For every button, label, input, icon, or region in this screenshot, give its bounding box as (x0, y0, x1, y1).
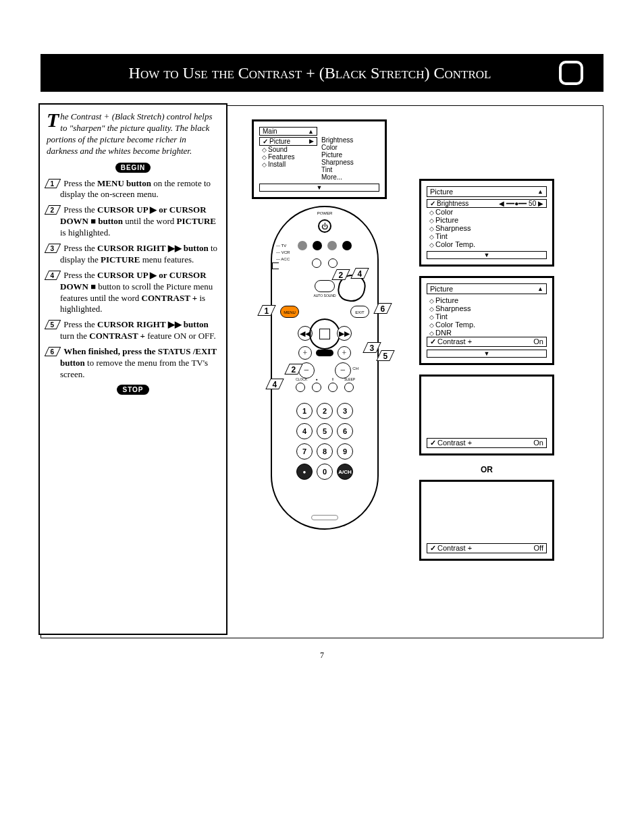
ch-label: CH (352, 366, 358, 370)
num-5[interactable]: 5 (317, 423, 333, 439)
or-label: OR (419, 465, 554, 474)
power-label: POWER (317, 211, 333, 215)
menu-features: Features (259, 153, 317, 161)
small-button[interactable] (312, 258, 321, 268)
ch-up-button[interactable]: + (338, 346, 351, 360)
intro-text: The Contrast + (Black Stretch) control h… (47, 111, 219, 157)
num-ach[interactable]: A/CH (337, 464, 353, 480)
sleep-button[interactable] (344, 383, 354, 392)
begin-badge: BEGIN (115, 163, 151, 173)
mode-slider-labels: — TV — VCR — ACC (276, 242, 290, 262)
step-5: 5 Press the CURSOR RIGHT ▶▶ button turn … (47, 319, 219, 342)
num-4[interactable]: 4 (296, 423, 313, 439)
osd-contrast-off: Contrast +Off (419, 480, 554, 561)
menu-install: Install (259, 161, 317, 168)
remote-grip (311, 515, 338, 520)
num-dot[interactable]: ● (296, 464, 313, 480)
auto-sound-button[interactable] (315, 280, 335, 292)
num-8[interactable]: 8 (317, 443, 333, 460)
osd-contrast-on: Contrast +On (419, 375, 554, 455)
stop-badge: STOP (117, 385, 149, 395)
ch-down-button[interactable]: − (335, 362, 351, 379)
mode-dot[interactable] (327, 241, 337, 250)
clock-button[interactable] (296, 383, 305, 392)
page-title: How to Use the Contrast + (Black Stretch… (61, 64, 559, 82)
step-1: 1 Press the MENU button on the remote to… (47, 178, 219, 201)
num-6[interactable]: 6 (337, 423, 353, 439)
submenu-tint: Tint (321, 166, 379, 173)
callout-5: 5 (376, 350, 394, 361)
submenu-sharpness: Sharpness (321, 159, 379, 166)
cursor-nav[interactable] (309, 319, 340, 350)
submenu-brightness: Brightness (321, 136, 379, 144)
num-7[interactable]: 7 (296, 443, 313, 460)
page-number: 7 (41, 651, 603, 661)
mute-button[interactable] (316, 350, 333, 356)
num-9[interactable]: 9 (337, 443, 353, 460)
power-button[interactable]: ⏻ (318, 219, 331, 233)
submenu-picture: Picture (321, 151, 379, 159)
rec-button[interactable] (312, 383, 321, 392)
osd-picture-contrast-on: Picture▲ Picture Sharpness Tint Color Te… (419, 276, 554, 365)
submenu-color: Color (321, 144, 379, 151)
menu-button[interactable]: MENU (280, 306, 299, 318)
callout-6: 6 (373, 303, 392, 314)
callout-1: 1 (257, 305, 275, 316)
cursor-right-button[interactable]: ▶▶ (337, 326, 352, 341)
callout-4b: 4 (265, 379, 284, 389)
step-6: 6 When finished, press the STATUS /EXIT … (47, 346, 219, 381)
num-2[interactable]: 2 (317, 403, 333, 419)
stop-icon (319, 329, 330, 339)
submenu-more: More... (321, 173, 379, 181)
auto-sound-label: AUTO SOUND (313, 294, 336, 298)
mode-dot[interactable] (342, 241, 352, 250)
pause-button[interactable] (328, 383, 338, 392)
menu-sound: Sound (259, 146, 317, 153)
osd-picture-brightness: Picture▲ Brightness◀ ━━●━━ 50 ▶ Color Pi… (419, 179, 554, 267)
num-1[interactable]: 1 (296, 403, 313, 419)
mode-slider[interactable] (272, 262, 279, 269)
exit-button[interactable]: EXIT (350, 306, 369, 318)
mode-dot[interactable] (313, 241, 322, 250)
number-pad: 1 2 3 4 5 6 7 8 9 ● 0 A/CH (296, 403, 353, 480)
main-menu-title: Main (263, 128, 277, 135)
callout-4a: 4 (350, 268, 369, 279)
num-3[interactable]: 3 (337, 403, 353, 419)
step-3: 3 Press the CURSOR RIGHT ▶▶ button to di… (47, 243, 219, 266)
small-button[interactable] (328, 258, 338, 268)
title-bar: How to Use the Contrast + (Black Stretch… (41, 54, 603, 92)
step-4: 4 Press the CURSOR UP ▶ or CURSOR DOWN ■… (47, 270, 219, 316)
osd-main-menu: Main▲ Picture▶ Sound Features Install Br… (252, 119, 387, 199)
num-0[interactable]: 0 (317, 464, 333, 480)
instructions-panel: The Contrast + (Black Stretch) control h… (38, 103, 227, 635)
diagram-panel: Main▲ Picture▶ Sound Features Install Br… (237, 106, 603, 638)
tab-icon (559, 61, 583, 85)
menu-picture: Picture (263, 138, 290, 145)
step-2: 2 Press the CURSOR UP ▶ or CURSOR DOWN ■… (47, 204, 219, 239)
vol-up-button[interactable]: + (298, 346, 312, 360)
mode-dot[interactable] (298, 241, 307, 250)
remote-control: POWER ⏻ — TV (271, 206, 379, 530)
callout-3: 3 (363, 342, 381, 353)
